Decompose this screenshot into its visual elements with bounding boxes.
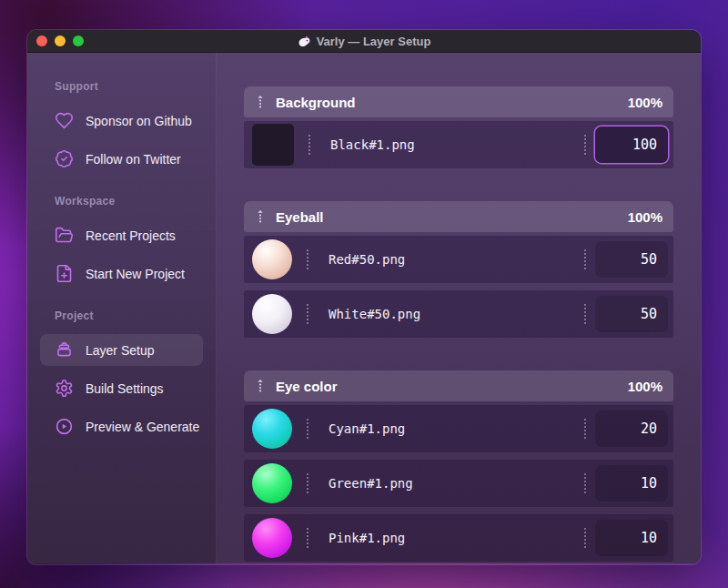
sidebar-item-label: Preview & Generate — [86, 420, 199, 434]
sidebar-item-label: Follow on Twitter — [86, 152, 181, 167]
layer-row-red-50-png: Red#50.png50 — [244, 236, 673, 283]
sidebar-section-label-workspace: Workspace — [40, 195, 203, 208]
layer-group-eyeball: Eyeball100%Red#50.png50White#50.png50 — [244, 201, 673, 338]
drag-vertical-icon[interactable] — [254, 94, 267, 111]
layer-row-black-1-png: Black#1.png100 — [244, 121, 673, 168]
layer-thumbnail-black-square — [252, 124, 294, 166]
dotted-separator — [584, 473, 586, 493]
close-button[interactable] — [36, 35, 47, 46]
layer-filename: Pink#1.png — [329, 531, 405, 545]
layer-row-pink-1-png: Pink#1.png10 — [244, 514, 673, 562]
desktop-background: Varly — Layer Setup SupportSponsor on Gi… — [0, 0, 728, 588]
sidebar-item-label: Sponsor on Github — [86, 114, 192, 128]
layer-weight-input[interactable]: 20 — [595, 411, 668, 447]
dotted-separator — [307, 249, 308, 269]
file-plus-icon — [55, 264, 74, 283]
zoom-button[interactable] — [73, 35, 84, 46]
dotted-separator — [584, 249, 586, 269]
layer-setup-panel: Background100%Black#1.png100Eyeball100%R… — [217, 53, 701, 563]
layer-thumbnail-green-sphere — [252, 463, 292, 503]
layer-weight-input[interactable]: 10 — [595, 520, 668, 556]
window-title: Varly — Layer Setup — [298, 35, 431, 48]
dotted-separator — [307, 419, 308, 439]
layer-group-percent: 100% — [628, 209, 662, 225]
sidebar-item-start-new-project[interactable]: Start New Project — [40, 258, 203, 289]
sidebar-item-sponsor-on-github[interactable]: Sponsor on Github — [40, 105, 203, 137]
layer-filename: White#50.png — [329, 307, 420, 321]
layer-group-title: Eye color — [276, 379, 338, 394]
heart-icon — [55, 111, 74, 130]
layer-filename: Green#1.png — [329, 476, 413, 491]
sidebar-item-preview-generate[interactable]: Preview & Generate — [40, 411, 203, 442]
dotted-separator — [584, 419, 586, 439]
unicorn-icon — [298, 35, 311, 48]
layer-thumbnail-cyan-sphere — [252, 409, 292, 449]
verified-check-icon — [55, 149, 74, 168]
minimize-button[interactable] — [55, 35, 66, 46]
layer-thumbnail-pink-sphere — [252, 518, 292, 558]
layer-group-percent: 100% — [628, 95, 662, 110]
sidebar-item-layer-setup[interactable]: Layer Setup — [40, 334, 203, 366]
layer-group-percent: 100% — [628, 379, 662, 394]
layer-weight-input[interactable]: 10 — [595, 465, 668, 502]
layer-group-background: Background100%Black#1.png100 — [244, 86, 673, 168]
sidebar-item-label: Layer Setup — [86, 343, 155, 358]
folder-open-icon — [55, 226, 74, 245]
layer-row-white-50-png: White#50.png50 — [244, 290, 673, 338]
layer-thumbnail-white-sphere — [252, 294, 292, 334]
titlebar: Varly — Layer Setup — [27, 30, 701, 53]
play-circle-icon — [55, 417, 74, 436]
layer-weight-input[interactable]: 50 — [595, 296, 668, 332]
layer-group-header: Background100% — [244, 86, 673, 117]
dotted-separator — [584, 528, 586, 548]
layer-group-title: Eyeball — [276, 209, 324, 225]
sidebar-item-label: Start New Project — [86, 267, 185, 281]
layers-stack-icon — [55, 340, 74, 360]
sidebar-item-label: Build Settings — [86, 381, 164, 396]
layer-group-header: Eye color100% — [244, 370, 673, 401]
dotted-separator — [584, 135, 586, 155]
gear-icon — [55, 379, 74, 398]
dotted-separator — [307, 473, 308, 493]
sidebar-item-follow-on-twitter[interactable]: Follow on Twitter — [40, 143, 203, 175]
window-body: SupportSponsor on GithubFollow on Twitte… — [27, 53, 701, 563]
layer-group-header: Eyeball100% — [244, 201, 673, 232]
layer-row-cyan-1-png: Cyan#1.png20 — [244, 405, 673, 452]
layer-weight-input[interactable]: 50 — [595, 241, 668, 278]
sidebar-section-label-project: Project — [40, 309, 203, 322]
sidebar-item-recent-projects[interactable]: Recent Projects — [40, 219, 203, 251]
drag-vertical-icon[interactable] — [254, 208, 267, 226]
dotted-separator — [584, 304, 586, 324]
app-window: Varly — Layer Setup SupportSponsor on Gi… — [27, 30, 701, 564]
dotted-separator — [308, 135, 310, 155]
sidebar-item-label: Recent Projects — [86, 228, 176, 243]
layer-filename: Black#1.png — [330, 137, 415, 152]
layer-group-title: Background — [276, 95, 356, 110]
layer-row-green-1-png: Green#1.png10 — [244, 460, 673, 507]
sidebar-item-build-settings[interactable]: Build Settings — [40, 372, 203, 404]
sidebar-section-label-support: Support — [40, 80, 203, 93]
dotted-separator — [307, 304, 308, 324]
layer-weight-input[interactable]: 100 — [595, 127, 668, 163]
layer-group-eye-color: Eye color100%Cyan#1.png20Green#1.png10Pi… — [244, 370, 673, 562]
traffic-lights — [36, 30, 84, 52]
sidebar: SupportSponsor on GithubFollow on Twitte… — [27, 53, 217, 563]
dotted-separator — [307, 528, 308, 548]
layer-thumbnail-red-sphere — [252, 239, 292, 279]
window-title-text: Varly — Layer Setup — [317, 35, 431, 48]
layer-filename: Red#50.png — [329, 252, 405, 267]
drag-vertical-icon[interactable] — [254, 378, 267, 395]
layer-filename: Cyan#1.png — [329, 421, 405, 436]
